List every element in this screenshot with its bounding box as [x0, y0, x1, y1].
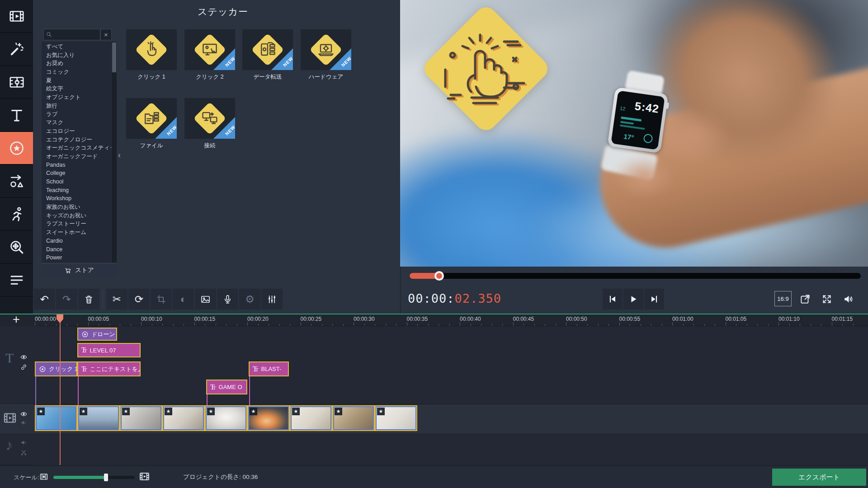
category-item[interactable]: エコロジー — [42, 127, 111, 136]
category-item[interactable]: ラブ — [42, 110, 111, 119]
clip-properties-button[interactable] — [261, 289, 283, 310]
next-frame-button[interactable] — [644, 289, 664, 310]
detach-player-button[interactable] — [795, 289, 815, 310]
clip-rocket-launch[interactable]: ★ — [247, 405, 290, 431]
clip-drone-sky[interactable]: ★ — [77, 405, 120, 431]
category-item[interactable]: Dance — [42, 245, 111, 254]
seek-handle[interactable] — [434, 271, 444, 281]
title-clip[interactable]: TTGAME O — [206, 380, 247, 394]
collapse-panel-button[interactable]: ‹ — [116, 149, 123, 161]
category-item[interactable]: オーガニックコスメティック — [42, 144, 111, 152]
search-box[interactable] — [43, 29, 100, 40]
category-item[interactable]: マスク — [42, 118, 111, 127]
category-item[interactable]: College — [42, 169, 111, 178]
clip-desk-top[interactable]: ★ — [290, 405, 332, 431]
sticker-overlay[interactable] — [418, 0, 554, 136]
redo-button[interactable]: ↷ — [56, 289, 77, 310]
audio-track-area[interactable] — [33, 434, 868, 465]
sidebar-item-filters[interactable] — [0, 33, 33, 66]
clip-office-room[interactable]: ★ — [332, 405, 375, 431]
add-track-button[interactable]: + — [6, 314, 26, 325]
category-item[interactable]: お奨め — [42, 59, 111, 68]
timeline-ruler[interactable]: 00:00:0000:00:0500:00:1000:00:1500:00:20… — [33, 314, 868, 326]
category-item[interactable]: ラブストーリー — [42, 220, 111, 228]
clip-watch-hands[interactable]: ★ — [35, 405, 77, 431]
clip-office-desk[interactable]: ★ — [120, 405, 162, 431]
clip-plaster-hands[interactable]: ★ — [375, 405, 417, 431]
aspect-ratio-button[interactable]: 16:9 — [774, 291, 792, 306]
timeline-zoom-slider[interactable] — [53, 476, 135, 479]
sidebar-item-animation[interactable] — [0, 198, 33, 231]
search-clear-button[interactable]: × — [100, 29, 112, 40]
volume-button[interactable] — [839, 289, 859, 310]
undo-button[interactable]: ↶ — [34, 289, 55, 310]
category-item[interactable]: お気に入り — [42, 51, 111, 60]
category-item[interactable]: Power — [42, 253, 111, 262]
category-item[interactable]: Cardio — [42, 237, 111, 245]
mute-icon[interactable] — [20, 419, 28, 427]
sticker-tile[interactable]: NEW — [242, 29, 293, 70]
title-track-area[interactable] — [33, 326, 868, 404]
background-button[interactable] — [195, 289, 216, 310]
category-item[interactable]: Teaching — [42, 186, 111, 195]
sticker-tile[interactable]: NEW — [184, 29, 235, 70]
category-item[interactable]: すべて — [42, 42, 111, 51]
sticker-clip[interactable]: クリック 1 — [35, 361, 77, 376]
category-item[interactable]: コミック — [42, 68, 111, 76]
store-button[interactable]: ストア — [42, 263, 117, 277]
link-icon[interactable] — [20, 363, 28, 371]
sticker-panel: ステッカー × すべてお気に入りお奨めコミック夏絵文字オブジェクト旅行ラブマスク… — [33, 0, 400, 285]
sidebar-item-callouts[interactable] — [0, 165, 33, 198]
category-item[interactable]: キッズのお祝い — [42, 211, 111, 220]
sticker-tile[interactable]: NEW — [126, 98, 177, 139]
mute-icon[interactable] — [20, 439, 28, 446]
settings-button[interactable]: ⚙ — [239, 289, 260, 310]
record-voice-button[interactable] — [217, 289, 238, 310]
sidebar-item-transitions[interactable] — [0, 66, 33, 99]
sticker-tile[interactable]: NEW — [184, 98, 235, 139]
category-item[interactable]: 絵文字 — [42, 84, 111, 93]
sticker-tile[interactable] — [126, 29, 177, 70]
play-button[interactable] — [623, 289, 643, 310]
sidebar-item-stickers[interactable] — [0, 132, 33, 165]
video-preview[interactable]: 12 5:42 17° — [400, 0, 868, 267]
color-adjust-button[interactable]: ◐ — [173, 289, 194, 310]
eye-icon[interactable] — [20, 353, 28, 361]
delete-button[interactable] — [78, 289, 99, 310]
title-clip[interactable]: TTLEVEL 07 — [77, 343, 141, 357]
search-input[interactable] — [54, 31, 99, 38]
category-item[interactable]: 旅行 — [42, 102, 111, 110]
category-item[interactable]: オブジェクト — [42, 93, 111, 102]
slider-handle[interactable] — [104, 474, 108, 481]
clip-light-tunnel[interactable]: ★ — [205, 405, 247, 431]
previous-frame-button[interactable] — [603, 289, 623, 310]
category-item[interactable]: Pandas — [42, 161, 111, 169]
export-button[interactable]: エクスポート — [772, 469, 866, 486]
crop-button[interactable] — [151, 289, 172, 310]
sidebar-item-titles[interactable] — [0, 99, 33, 132]
sidebar-item-pan-zoom[interactable] — [0, 231, 33, 264]
title-clip[interactable]: TTここにテキストを入 — [77, 361, 141, 376]
category-item[interactable]: School — [42, 178, 111, 186]
sidebar-item-more-tools[interactable] — [0, 264, 33, 297]
category-item[interactable]: 家族のお祝い — [42, 203, 111, 211]
zoom-out-film-icon[interactable] — [39, 472, 49, 481]
category-item[interactable]: オーガニックフード — [42, 152, 111, 161]
rotate-button[interactable]: ⟳ — [128, 289, 150, 310]
playhead-line[interactable] — [60, 314, 61, 465]
category-item[interactable]: 夏 — [42, 76, 111, 85]
sticker-tile[interactable]: NEW — [301, 29, 351, 70]
fullscreen-button[interactable] — [817, 289, 837, 310]
sidebar-item-media[interactable] — [0, 0, 33, 33]
category-item[interactable]: エコテクノロジー — [42, 136, 111, 144]
sticker-clip[interactable]: ドローン — [77, 328, 117, 341]
split-button[interactable]: ✂ — [106, 289, 127, 310]
zoom-in-film-icon[interactable] — [138, 471, 151, 482]
category-item[interactable]: Workshop — [42, 194, 111, 203]
category-item[interactable]: スイートホーム — [42, 228, 111, 237]
seek-bar[interactable] — [410, 273, 861, 279]
eye-icon[interactable] — [20, 410, 28, 418]
title-clip[interactable]: TTBLAST- — [249, 361, 289, 376]
unlink-cut-icon[interactable] — [20, 449, 28, 456]
clip-laptop-desk[interactable]: ★ — [162, 405, 205, 431]
